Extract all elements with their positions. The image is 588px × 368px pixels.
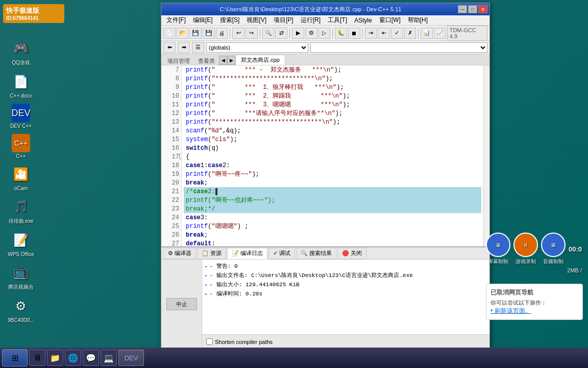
menu-window[interactable]: 窗口[W] [376,15,404,25]
notification-link[interactable]: • 刷新该页面。 [491,307,578,315]
taskbar-browser[interactable]: 🌐 [65,350,81,366]
tab-debug[interactable]: ✓ 调试 [268,248,295,259]
tab-resources[interactable]: 📋 资源 [197,248,226,259]
menu-file[interactable]: 文件[F] [163,15,189,25]
line-21: 21 [161,187,181,196]
desktop-icon-music[interactable]: 🎵 排排曲.exe [3,194,39,227]
replace-button[interactable]: ⇄ [275,28,287,39]
bottom-tabs: ⚙ 编译器 📋 资源 📝 编译日志 ✓ 调试 🔍 搜索结果 [161,247,489,260]
stop-debug-button[interactable]: ⏹ [348,28,360,39]
compile-run-button[interactable]: ▶ [292,28,304,39]
desktop-icon-ocam[interactable]: 🎦 oCam [3,162,39,193]
log-compile-time-text: - 编译时间: 0.20s [210,289,262,298]
tab-compile-log[interactable]: 📝 编译日志 [227,248,267,259]
explorer-icon: 🖥 [33,353,41,362]
taskbar-explorer[interactable]: 🖥 [29,350,45,366]
desktop-icon-video[interactable]: 📺 腾讯视频合 [3,260,39,293]
maximize-button[interactable]: □ [468,5,477,13]
debug-tab-icon: ✓ [273,250,278,257]
menu-bar: 文件[F] 编辑[E] 搜索[S] 视图[V] 项目[P] 运行[R] 工具[T… [161,15,489,26]
comment-button[interactable]: ✓ [391,28,403,39]
menu-project[interactable]: 项目[P] [271,15,297,25]
notification-panel: 已取消网页导航 你可以尝试以下操作： • 刷新该页面。 [486,284,583,320]
screen-record-btn[interactable]: 🖥 屏幕制制 [486,233,510,265]
menu-astyle[interactable]: AStyle [351,16,375,25]
close-button[interactable]: ✕ [478,5,487,13]
tab-search[interactable]: 🔍 搜索结果 [296,248,336,259]
shorten-paths-text: Shorten compiler paths [215,339,273,345]
panel-label-class: 查看类 [194,57,219,65]
shorten-paths-checkbox[interactable] [206,338,213,345]
desktop-icon-cpp[interactable]: C++ C++ [3,132,39,161]
desktop: 快手极速版 ID:579664141 🎮 QQ游戏 📄 C++.docx DEV… [0,0,588,368]
menu-help[interactable]: 帮助[H] [405,15,431,25]
compile-button[interactable]: ⚙ [305,28,317,39]
line-24: 24 [161,213,181,222]
shorten-paths-label[interactable]: Shorten compiler paths [206,338,273,345]
bottom-left-panel: 中止 [161,260,202,349]
find-button[interactable]: 🔍 [262,28,275,39]
code-editor[interactable]: printf(" *** - 郑文杰服务 ***\n"); printf("**… [182,65,483,246]
menu-tools[interactable]: 工具[T] [325,15,350,25]
vertical-scrollbar[interactable] [483,65,489,246]
line-16: 16 [161,144,181,152]
func-btn2[interactable]: ➡ [178,42,190,53]
audio-record-label: 音频制制 [543,258,564,265]
taskbar-folder[interactable]: 📁 [47,350,63,366]
func-btn3[interactable]: ☰ [192,42,204,53]
log-output-size-text: - 输出大小: 129.44140625 KiB [210,280,300,289]
game-record-btn[interactable]: ⏸ 游戏录制 [513,233,538,265]
redo-button[interactable]: ↪ [246,28,258,39]
menu-search[interactable]: 搜索[S] [217,15,243,25]
separator-2 [260,28,260,38]
other-label: 9BC40D0... [8,317,34,323]
new-button[interactable]: 📄 [163,28,176,39]
docx-label: C++.docx [10,93,32,99]
search-tab-label: 搜索结果 [309,249,332,257]
tab-prev-button[interactable]: ◀ [219,56,227,65]
desktop-icon-other[interactable]: ⚙ 9BC40D0... [3,294,39,325]
chart-button[interactable]: 📊 [421,28,433,39]
menu-edit[interactable]: 编辑[E] [190,15,216,25]
tab-next-button[interactable]: ▶ [227,56,235,65]
desktop-icon-devcpp[interactable]: DEV DEV C++ [3,102,39,131]
code-line-15: system("cls"); [184,135,481,144]
start-button[interactable]: ⊞ [2,349,28,366]
print-button[interactable]: 🖨 [216,28,228,39]
unindent-button[interactable]: ⇤ [378,28,390,39]
game-record-icon: ⏸ [513,233,538,257]
desktop-icon-docx[interactable]: 📄 C++.docx [3,70,39,101]
compile-action-button[interactable]: 中止 [166,298,197,310]
editor-tab-main[interactable]: 郑文杰商店.cpp [235,55,285,65]
tab-compiler[interactable]: ⚙ 编译器 [163,248,196,259]
save-all-button[interactable]: 💾 [203,28,215,39]
taskbar-dev[interactable]: 💻 [101,350,117,366]
undo-button[interactable]: ↩ [232,28,244,39]
run-button[interactable]: ▷ [318,28,331,39]
tab-close[interactable]: 🔴 关闭 [337,248,366,259]
save-button[interactable]: 💾 [189,28,202,39]
menu-run[interactable]: 运行[R] [298,15,324,25]
debug-button[interactable]: 🐛 [335,28,347,39]
uncomment-button[interactable]: ✗ [404,28,416,39]
menu-view[interactable]: 视图[V] [243,15,270,25]
panel-label-project: 项目管理 [163,57,194,65]
brand-box: 快手极速版 ID:579664141 [3,4,64,23]
taskbar-qq[interactable]: 💬 [83,350,99,366]
code-line-16: switch(q) [184,144,481,152]
folder-icon: 📁 [50,353,60,363]
taskbar-devcpp-app[interactable]: DEV [118,350,144,366]
open-button[interactable]: 📂 [177,28,189,39]
code-line-12: printf(" ***请输入序号对应的服务**\n"); [184,109,481,118]
func-btn1[interactable]: ⬅ [163,42,176,53]
indent-button[interactable]: ⇥ [365,28,377,39]
symbol-dropdown[interactable] [310,42,487,53]
audio-record-btn[interactable]: 🖥 音频制制 [541,233,566,265]
desktop-icon-qq[interactable]: 🎮 QQ游戏 [3,36,39,68]
function-dropdown[interactable]: (globals) [206,42,308,53]
chart2-button[interactable]: 📈 [434,28,446,39]
line-9: 9 [161,83,181,91]
code-line-14: scanf("%d",&q); [184,126,481,135]
desktop-icon-wps[interactable]: 📝 WPS Office [3,228,39,259]
minimize-button[interactable]: ─ [458,5,467,13]
